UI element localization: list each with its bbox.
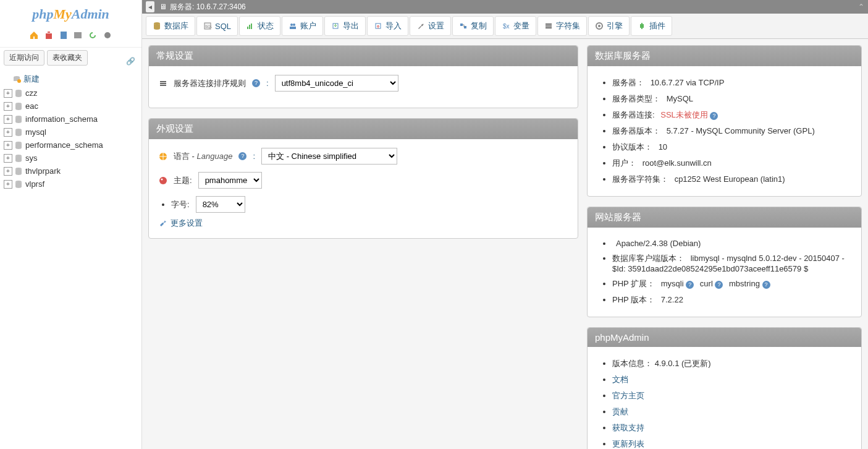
- nav-label: 导出: [343, 20, 359, 32]
- nav-label: 账户: [300, 20, 316, 32]
- more-settings-link[interactable]: 更多设置: [159, 218, 203, 229]
- nav-import[interactable]: 导入: [367, 16, 408, 36]
- pma-link[interactable]: 贡献: [612, 407, 628, 416]
- database-icon: [14, 128, 23, 137]
- help-icon[interactable]: ?: [252, 79, 260, 87]
- nav-label: 数据库: [164, 20, 188, 32]
- svg-point-6: [15, 90, 22, 92]
- tree-db-item[interactable]: +vlprsf: [2, 177, 139, 190]
- db-name: sys: [25, 153, 38, 163]
- tree-db-item[interactable]: +czz: [2, 87, 139, 100]
- sql-icon: SQL: [203, 22, 212, 30]
- nav-label: 变量: [513, 20, 529, 32]
- svg-rect-34: [641, 23, 643, 24]
- server-icon: 🖥: [159, 2, 167, 11]
- nav-users[interactable]: 账户: [282, 16, 323, 36]
- help-icon[interactable]: ?: [762, 281, 770, 289]
- help-icon[interactable]: ?: [710, 112, 718, 120]
- nav-charset[interactable]: 字符集: [537, 16, 587, 36]
- tree-db-item[interactable]: +thvlprpark: [2, 165, 139, 177]
- info-item: Apache/2.4.38 (Debian): [612, 236, 851, 250]
- expand-icon[interactable]: +: [4, 115, 12, 124]
- svg-point-32: [598, 25, 600, 27]
- info-item: PHP 扩展： mysqli ? curl ? mbstring ?: [612, 276, 851, 292]
- svg-point-5: [17, 79, 21, 83]
- web-server-title: 网站服务器: [588, 207, 861, 228]
- topbar: ◂ 🖥 服务器: 10.6.7.27:3406 ⌃: [142, 0, 868, 14]
- expand-icon[interactable]: +: [4, 154, 12, 163]
- tree-db-item[interactable]: +mysql: [2, 126, 139, 139]
- database-icon: [14, 141, 23, 150]
- nav-replication[interactable]: 复制: [452, 16, 494, 36]
- nav-settings[interactable]: 设置: [410, 16, 451, 36]
- engine-icon: [595, 22, 604, 30]
- help-icon[interactable]: ?: [238, 152, 246, 160]
- nav-variables[interactable]: $x变量: [495, 16, 536, 36]
- nav-plugin[interactable]: 插件: [631, 16, 672, 36]
- tree-db-item[interactable]: +sys: [2, 152, 139, 165]
- expand-icon[interactable]: +: [4, 167, 12, 176]
- database-icon: [14, 154, 23, 163]
- pma-link[interactable]: 更新列表: [612, 439, 644, 448]
- nav-label: 设置: [428, 20, 444, 32]
- wrench-icon: [159, 219, 167, 228]
- nav-sql[interactable]: SQLSQL: [196, 16, 238, 36]
- font-select[interactable]: 82%: [196, 196, 245, 213]
- settings-icon: [416, 22, 425, 30]
- svg-rect-29: [546, 25, 552, 27]
- docs-icon[interactable]: [59, 30, 69, 40]
- tab-favorites[interactable]: 表收藏夹: [47, 50, 88, 66]
- logo[interactable]: phpMyAdmin: [0, 0, 141, 28]
- info-item: 用户： root@elk.sunwill.cn: [612, 155, 851, 171]
- svg-rect-25: [460, 24, 463, 26]
- topbar-menu-icon[interactable]: ⌃: [858, 2, 864, 11]
- export-icon: [331, 22, 340, 30]
- reload-icon[interactable]: [88, 30, 98, 40]
- tree-db-item[interactable]: +performance_schema: [2, 139, 139, 152]
- sql-icon[interactable]: [73, 30, 83, 40]
- help-icon[interactable]: ?: [686, 281, 694, 289]
- tree-db-item[interactable]: +eac: [2, 100, 139, 113]
- svg-rect-30: [546, 27, 552, 28]
- nav-label: 导入: [386, 20, 402, 32]
- nav-engine[interactable]: 引擎: [588, 16, 630, 36]
- nav-database[interactable]: 数据库: [146, 16, 195, 36]
- home-icon[interactable]: [29, 30, 39, 40]
- theme-select[interactable]: pmahomme: [198, 172, 262, 189]
- pma-link[interactable]: 官方主页: [612, 391, 644, 400]
- nav-status[interactable]: 状态: [239, 16, 280, 36]
- svg-point-40: [159, 177, 167, 184]
- pma-link[interactable]: 获取支持: [612, 423, 644, 432]
- tree-new[interactable]: 新建: [2, 72, 139, 87]
- charset-icon: [544, 22, 553, 30]
- svg-point-41: [161, 178, 163, 180]
- svg-rect-22: [290, 27, 296, 29]
- nav-export[interactable]: 导出: [324, 16, 366, 36]
- tab-recent[interactable]: 近期访问: [4, 50, 44, 66]
- collation-select[interactable]: utf8mb4_unicode_ci: [275, 75, 398, 92]
- pma-panel: phpMyAdmin 版本信息： 4.9.0.1 (已更新) 文档官方主页贡献获…: [587, 327, 862, 449]
- gear-icon[interactable]: [103, 30, 112, 40]
- expand-icon[interactable]: +: [4, 141, 12, 150]
- sidebar: phpMyAdmin 近期访问 表收藏夹 🔗 新建 +czz+eac+infor…: [0, 0, 142, 449]
- svg-rect-37: [160, 83, 166, 84]
- svg-rect-0: [61, 32, 67, 39]
- pma-link[interactable]: 文档: [612, 375, 628, 384]
- help-icon[interactable]: ?: [715, 281, 723, 289]
- collapse-sidebar-icon[interactable]: ◂: [146, 1, 154, 12]
- expand-icon[interactable]: +: [4, 102, 12, 111]
- replication-icon: [459, 22, 468, 30]
- web-server-panel: 网站服务器 Apache/2.4.38 (Debian)数据库客户端版本： li…: [587, 207, 862, 317]
- expand-icon[interactable]: +: [4, 89, 12, 98]
- svg-text:$x: $x: [503, 23, 510, 30]
- svg-point-11: [15, 155, 22, 157]
- expand-icon[interactable]: +: [4, 180, 12, 189]
- more-settings-label: 更多设置: [171, 218, 203, 229]
- language-select[interactable]: 中文 - Chinese simplified: [261, 148, 397, 165]
- link-icon[interactable]: 🔗: [126, 57, 135, 66]
- logout-icon[interactable]: [44, 30, 54, 40]
- appearance-panel: 外观设置 语言 - Language ? : 中文 - Chinese simp…: [148, 118, 578, 239]
- tree-db-item[interactable]: +information_schema: [2, 113, 139, 126]
- expand-icon[interactable]: +: [4, 128, 12, 137]
- svg-rect-35: [641, 28, 643, 29]
